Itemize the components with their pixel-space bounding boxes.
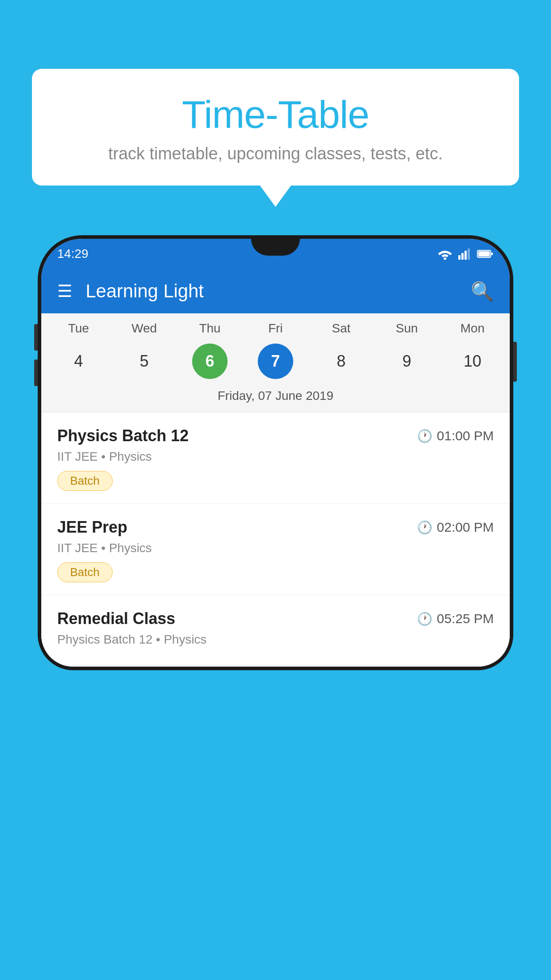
phone-mockup: 14:29 — [38, 235, 513, 980]
app-title: Learning Light — [86, 281, 457, 302]
notch — [251, 239, 300, 256]
schedule-subtitle: Physics Batch 12 • Physics — [57, 632, 494, 647]
selected-date-label: Friday, 07 June 2019 — [41, 385, 510, 412]
search-icon[interactable]: 🔍 — [471, 281, 494, 302]
schedule-subtitle: IIT JEE • Physics — [57, 541, 494, 555]
schedule-item-top: Physics Batch 12 🕐 01:00 PM — [57, 427, 494, 445]
speech-bubble: Time-Table track timetable, upcoming cla… — [32, 69, 519, 186]
schedule-item-1[interactable]: JEE Prep 🕐 02:00 PM IIT JEE • Physics Ba… — [41, 504, 510, 595]
day-name-fri: Fri — [256, 321, 295, 336]
signal-icon — [458, 248, 472, 260]
day-names-row: TueWedThuFriSatSunMon — [41, 321, 510, 340]
time-value: 02:00 PM — [437, 520, 494, 535]
svg-rect-1 — [458, 255, 460, 260]
time-value: 05:25 PM — [437, 611, 494, 626]
clock-icon: 🕐 — [417, 520, 433, 535]
volume-button-1 — [34, 324, 38, 351]
day-numbers-row: 45678910 — [41, 340, 510, 385]
battery-icon — [477, 249, 494, 259]
volume-button-2 — [34, 360, 38, 386]
day-name-mon: Mon — [453, 321, 492, 336]
day-number-9[interactable]: 9 — [389, 344, 425, 379]
day-name-sun: Sun — [387, 321, 427, 336]
schedule-time: 🕐 01:00 PM — [417, 428, 494, 443]
schedule-item-0[interactable]: Physics Batch 12 🕐 01:00 PM IIT JEE • Ph… — [41, 412, 510, 504]
schedule-title: JEE Prep — [57, 518, 127, 537]
schedule-item-2[interactable]: Remedial Class 🕐 05:25 PM Physics Batch … — [41, 595, 510, 667]
day-number-4[interactable]: 4 — [61, 344, 96, 379]
day-name-wed: Wed — [124, 321, 164, 336]
phone-screen: 14:29 — [41, 239, 510, 667]
calendar-header: TueWedThuFriSatSunMon 45678910 Friday, 0… — [41, 313, 510, 412]
schedule-title: Physics Batch 12 — [57, 427, 189, 445]
day-number-5[interactable]: 5 — [126, 344, 162, 379]
day-name-thu: Thu — [190, 321, 230, 336]
status-icons — [437, 248, 494, 260]
batch-tag: Batch — [57, 562, 113, 582]
schedule-title: Remedial Class — [57, 609, 175, 628]
status-time: 14:29 — [57, 247, 88, 261]
day-number-6[interactable]: 6 — [192, 344, 228, 379]
clock-icon: 🕐 — [417, 612, 433, 626]
day-number-10[interactable]: 10 — [455, 344, 490, 379]
bubble-title: Time-Table — [50, 93, 501, 136]
svg-rect-2 — [461, 253, 464, 260]
svg-rect-7 — [491, 253, 493, 255]
day-number-7[interactable]: 7 — [258, 344, 293, 379]
schedule-item-top: Remedial Class 🕐 05:25 PM — [57, 609, 494, 628]
svg-rect-4 — [468, 249, 470, 260]
day-name-tue: Tue — [59, 321, 98, 336]
svg-rect-6 — [478, 251, 490, 257]
time-value: 01:00 PM — [437, 428, 494, 443]
phone-outer: 14:29 — [38, 235, 513, 670]
svg-point-0 — [444, 257, 446, 260]
schedule-item-top: JEE Prep 🕐 02:00 PM — [57, 518, 494, 537]
app-bar: ☰ Learning Light 🔍 — [41, 269, 510, 313]
hamburger-icon[interactable]: ☰ — [57, 283, 72, 300]
wifi-icon — [437, 248, 453, 260]
power-button — [513, 342, 517, 382]
status-bar: 14:29 — [41, 239, 510, 269]
schedule-subtitle: IIT JEE • Physics — [57, 450, 494, 464]
svg-rect-3 — [464, 251, 467, 260]
schedule-list: Physics Batch 12 🕐 01:00 PM IIT JEE • Ph… — [41, 412, 510, 667]
day-number-8[interactable]: 8 — [323, 344, 359, 379]
schedule-time: 🕐 02:00 PM — [417, 520, 494, 535]
schedule-time: 🕐 05:25 PM — [417, 611, 494, 626]
batch-tag: Batch — [57, 471, 113, 491]
bubble-subtitle: track timetable, upcoming classes, tests… — [50, 144, 501, 163]
day-name-sat: Sat — [321, 321, 361, 336]
clock-icon: 🕐 — [417, 429, 433, 443]
